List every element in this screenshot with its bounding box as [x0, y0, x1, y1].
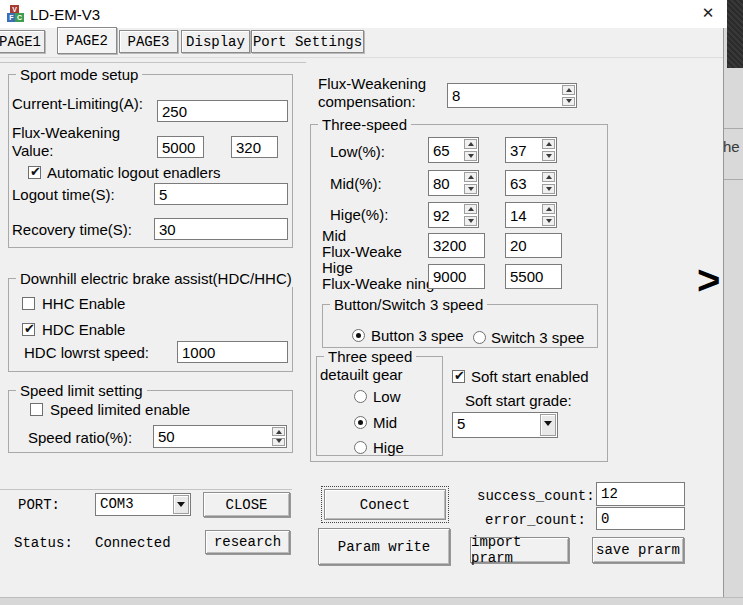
hige-input-1[interactable]: [429, 203, 463, 227]
port-label: PORT:: [18, 497, 60, 513]
gear-hige-radio[interactable]: [354, 441, 367, 454]
spin-down-icon[interactable]: [542, 216, 555, 226]
mid-spinner-2[interactable]: [505, 170, 557, 196]
gear-mid-radio[interactable]: [354, 416, 367, 429]
logout-time-input[interactable]: [154, 183, 288, 205]
speed-ratio-spinner[interactable]: [153, 425, 287, 448]
window-title: LD-EM-V3: [30, 6, 100, 23]
error-count-input[interactable]: [596, 507, 685, 530]
success-count-label: success_count:: [477, 488, 595, 504]
connect-button[interactable]: Conect: [321, 486, 449, 523]
group-title: Downhill electric brake assist(HDC/HHC): [16, 270, 296, 287]
spin-down-icon[interactable]: [562, 97, 575, 107]
spin-up-icon[interactable]: [272, 427, 285, 436]
hige-flux-label-line1: Hige: [322, 259, 353, 276]
low-spinner-1[interactable]: [428, 137, 479, 163]
chevron-down-icon[interactable]: [173, 495, 189, 514]
mid-flux-input-2[interactable]: [505, 233, 562, 258]
spin-down-icon[interactable]: [464, 184, 477, 194]
status-label: Status:: [14, 535, 73, 551]
hdc-lowest-speed-input[interactable]: [177, 341, 288, 363]
soft-start-checkbox[interactable]: [452, 370, 465, 383]
auto-logout-checkbox[interactable]: [28, 166, 41, 179]
spin-up-icon[interactable]: [562, 85, 575, 95]
port-combobox[interactable]: COM3: [95, 493, 191, 516]
hdc-enable-checkbox[interactable]: [22, 323, 35, 336]
speed-ratio-label: Speed ratio(%):: [28, 429, 132, 446]
hige-input-2[interactable]: [506, 203, 541, 227]
speed-ratio-input[interactable]: [154, 426, 271, 447]
hige-flux-input-1[interactable]: [428, 264, 485, 289]
default-gear-subtitle: detauilt gear: [320, 366, 403, 383]
flux-comp-label-line1: Flux-Weakening: [318, 75, 426, 92]
low-input-1[interactable]: [429, 138, 463, 162]
tab-display[interactable]: Display: [181, 30, 250, 53]
spin-up-icon[interactable]: [542, 139, 555, 149]
current-limiting-input[interactable]: [157, 100, 288, 122]
research-button[interactable]: research: [205, 530, 290, 554]
speed-limited-enable-checkbox[interactable]: [30, 403, 43, 416]
tab-port-settings[interactable]: Port Settings: [251, 30, 364, 53]
flux-weakening-value2-input[interactable]: [231, 136, 278, 158]
low-input-2[interactable]: [506, 138, 541, 162]
button-3-speed-label: Button 3 spee: [371, 327, 464, 344]
window-bottom-edge: [0, 597, 743, 605]
param-write-button[interactable]: Param write: [318, 528, 450, 565]
tab-page1[interactable]: PAGE1: [0, 30, 45, 53]
group-title: Button/Switch 3 speed: [330, 296, 487, 313]
titlebar: [0, 0, 727, 28]
spin-up-icon[interactable]: [542, 172, 555, 182]
switch-3-speed-radio[interactable]: [473, 331, 486, 344]
mid-flux-input-1[interactable]: [428, 233, 485, 258]
switch-3-speed-label: Switch 3 spee: [491, 329, 584, 346]
spin-down-icon[interactable]: [464, 151, 477, 161]
hige-spinner-2[interactable]: [505, 202, 557, 228]
group-title: Three-speed: [318, 116, 411, 133]
tab-page2[interactable]: PAGE2: [57, 27, 117, 54]
soft-start-grade-combobox[interactable]: 5: [452, 412, 558, 438]
mid-percent-label: Mid(%):: [330, 175, 382, 192]
low-spinner-2[interactable]: [505, 137, 557, 163]
gear-low-radio[interactable]: [354, 390, 367, 403]
mid-flux-label-line2: Flux-Weake: [322, 243, 402, 260]
spin-up-icon[interactable]: [542, 204, 555, 214]
background-window-divider: [724, 128, 743, 129]
icon-block-green: C: [15, 13, 24, 22]
flux-weakening-value1-input[interactable]: [157, 136, 204, 158]
background-window-edge: [723, 0, 743, 605]
tab-page3[interactable]: PAGE3: [119, 30, 178, 53]
status-value: Connected: [95, 535, 171, 551]
soft-start-grade-label: Soft start grade:: [465, 392, 572, 409]
spin-up-icon[interactable]: [464, 204, 477, 214]
hdc-enable-label: HDC Enable: [42, 321, 125, 338]
button-3-speed-radio[interactable]: [352, 329, 365, 342]
hhc-enable-checkbox[interactable]: [22, 297, 35, 310]
hige-spinner-1[interactable]: [428, 202, 479, 228]
spin-down-icon[interactable]: [272, 438, 285, 447]
close-port-button[interactable]: CLOSE: [203, 492, 290, 517]
recovery-time-input[interactable]: [154, 218, 288, 240]
flux-comp-input[interactable]: [448, 84, 561, 107]
current-limiting-label: Current-Limiting(A):: [12, 95, 143, 112]
left-panel-top-border: [0, 62, 306, 63]
app-blocks-icon: V F C: [7, 5, 24, 22]
flux-comp-spinner[interactable]: [447, 83, 577, 108]
spin-down-icon[interactable]: [464, 216, 477, 226]
mid-input-1[interactable]: [429, 171, 463, 195]
mid-spinner-1[interactable]: [428, 170, 479, 196]
spin-down-icon[interactable]: [542, 151, 555, 161]
chevron-down-icon[interactable]: [540, 414, 556, 436]
save-param-button[interactable]: save prarm: [592, 537, 684, 563]
import-param-button[interactable]: import prarm: [470, 537, 569, 563]
hhc-enable-label: HHC Enable: [42, 295, 125, 312]
spin-down-icon[interactable]: [542, 184, 555, 194]
error-count-label: error_count:: [485, 512, 586, 528]
success-count-input[interactable]: [596, 482, 685, 506]
background-window-partial-text: he: [723, 138, 743, 155]
hige-flux-input-2[interactable]: [505, 264, 562, 289]
close-icon[interactable]: ✕: [698, 3, 718, 23]
mid-input-2[interactable]: [506, 171, 541, 195]
spin-up-icon[interactable]: [464, 172, 477, 182]
spin-up-icon[interactable]: [464, 139, 477, 149]
hige-flux-label-line2: Flux-Weake ning: [322, 275, 434, 292]
